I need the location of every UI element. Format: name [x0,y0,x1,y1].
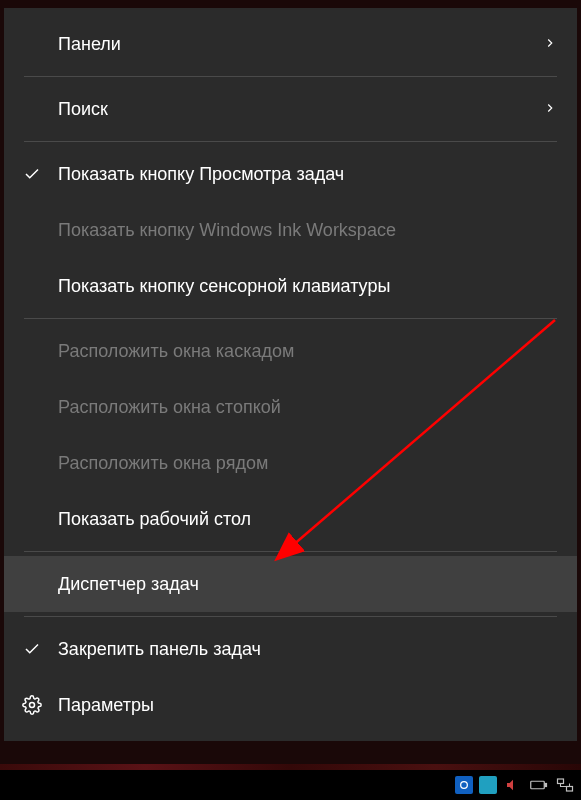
menu-item-lock-taskbar[interactable]: Закрепить панель задач [4,621,577,677]
chevron-right-icon [543,34,557,55]
menu-item-show-task-view[interactable]: Показать кнопку Просмотра задач [4,146,577,202]
menu-label: Закрепить панель задач [58,639,557,660]
gear-icon [20,693,44,717]
menu-item-cascade-windows[interactable]: Расположить окна каскадом [4,323,577,379]
menu-item-task-manager[interactable]: Диспетчер задач [4,556,577,612]
menu-item-stack-windows[interactable]: Расположить окна стопкой [4,379,577,435]
network-icon[interactable] [555,775,575,795]
svg-rect-5 [545,784,547,787]
menu-item-show-ink-workspace[interactable]: Показать кнопку Windows Ink Workspace [4,202,577,258]
tray-app-icon[interactable] [455,776,473,794]
menu-label: Расположить окна каскадом [58,341,557,362]
menu-separator [24,551,557,552]
svg-point-0 [30,703,35,708]
menu-label: Показать кнопку Просмотра задач [58,164,557,185]
menu-item-panels[interactable]: Панели [4,16,577,72]
svg-rect-6 [558,779,564,784]
menu-item-show-desktop[interactable]: Показать рабочий стол [4,491,577,547]
taskbar [0,770,581,800]
menu-item-side-by-side-windows[interactable]: Расположить окна рядом [4,435,577,491]
tray-app-icon[interactable] [479,776,497,794]
menu-label: Параметры [58,695,557,716]
svg-rect-7 [567,787,573,792]
menu-label: Диспетчер задач [58,574,557,595]
battery-icon[interactable] [529,775,549,795]
menu-separator [24,141,557,142]
volume-icon[interactable] [503,775,523,795]
menu-label: Расположить окна стопкой [58,397,557,418]
menu-label: Поиск [58,99,543,120]
menu-separator [24,76,557,77]
menu-label: Панели [58,34,543,55]
svg-rect-4 [531,781,545,789]
menu-item-search[interactable]: Поиск [4,81,577,137]
menu-label: Показать рабочий стол [58,509,557,530]
svg-point-3 [461,782,468,789]
menu-item-show-touch-keyboard[interactable]: Показать кнопку сенсорной клавиатуры [4,258,577,314]
menu-label: Показать кнопку сенсорной клавиатуры [58,276,557,297]
menu-label: Расположить окна рядом [58,453,557,474]
menu-separator [24,318,557,319]
check-icon [20,162,44,186]
menu-separator [24,616,557,617]
check-icon [20,637,44,661]
taskbar-context-menu: Панели Поиск Показать кнопку Просмотра з… [4,8,577,741]
menu-label: Показать кнопку Windows Ink Workspace [58,220,557,241]
menu-item-settings[interactable]: Параметры [4,677,577,733]
chevron-right-icon [543,99,557,120]
